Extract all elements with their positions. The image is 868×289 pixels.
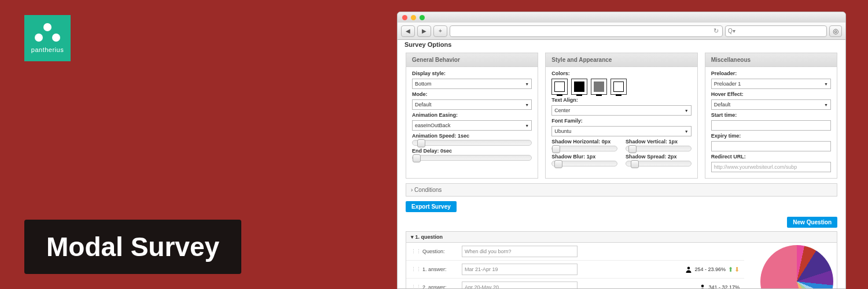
results-pie-area [744,243,837,288]
hover-label: Hover Effect: [711,91,831,97]
answer-2-label: 2. answer: [422,284,457,288]
color-swatch-3[interactable] [591,79,607,95]
shadow-blur-label: Shadow Blur: 1px [551,154,617,160]
answer-row-2: ⋮⋮ 2. answer: Apr 20-May 20 341 - 32.17% [406,278,744,288]
export-survey-button[interactable]: Export Survey [406,201,457,212]
question-input[interactable]: When did you born? [462,246,578,257]
font-family-label: Font Family: [551,118,691,124]
colors-label: Colors: [551,71,691,76]
answer-2-votes: 341 - 32.17% [708,284,740,288]
hover-select[interactable]: Default [711,99,831,110]
person-icon [685,266,692,273]
page-content: Survey Options General Behavior Display … [398,40,845,288]
panel-style: Style and Appearance Colors: Text Align:… [545,53,697,179]
results-pie-chart [760,245,833,288]
color-swatch-2[interactable] [571,79,587,95]
maximize-window-button[interactable] [420,15,425,20]
drag-handle-icon[interactable]: ⋮⋮ [411,266,418,272]
panel-misc-header: Miscellaneous [705,53,837,67]
add-button[interactable]: + [433,25,447,37]
easing-label: Animation Easing: [412,112,532,118]
preloader-label: Preloader: [711,71,831,76]
address-bar[interactable]: ↻ [450,25,723,37]
shadow-v-slider[interactable] [626,146,692,151]
delay-label: End Delay: 0sec [412,148,532,154]
question-label: Question: [422,249,457,254]
question-row: ⋮⋮ Question: When did you born? [406,243,744,260]
mode-label: Mode: [412,91,532,97]
options-button[interactable]: ◎ [829,25,842,37]
browser-toolbar: ◀ ▶ + ↻ Q▾ ◎ [398,23,845,40]
person-icon [699,284,706,288]
browser-window: ◀ ▶ + ↻ Q▾ ◎ Survey Options General Beha… [397,12,846,289]
speed-slider[interactable] [412,140,532,146]
section-title: Survey Options [398,40,845,49]
question-block: ▾ 1. question ⋮⋮ Question: When did you … [406,231,837,288]
start-time-input[interactable] [711,120,831,131]
answer-2-input[interactable]: Apr 20-May 20 [462,281,578,288]
answer-1-input[interactable]: Mar 21-Apr 19 [462,264,578,275]
down-arrow-icon[interactable]: ⬇ [734,266,740,273]
text-align-select[interactable]: Center [551,105,691,116]
preloader-select[interactable]: Preloader 1 [711,79,831,89]
shadow-h-slider[interactable] [551,146,617,151]
panel-general: General Behavior Display style: Bottom M… [406,53,538,179]
window-titlebar [398,12,845,23]
shadow-v-label: Shadow Vertical: 1px [626,139,692,144]
svg-point-1 [701,285,704,288]
question-header[interactable]: ▾ 1. question [406,232,837,243]
redirect-label: Redirect URL: [711,154,831,160]
answer-1-label: 1. answer: [422,266,457,272]
new-question-button[interactable]: New Question [787,217,837,228]
close-window-button[interactable] [402,15,407,20]
hero-title: Modal Survey [24,220,241,274]
text-align-label: Text Align: [551,97,691,103]
back-button[interactable]: ◀ [401,25,415,37]
expiry-time-input[interactable] [711,141,831,151]
pantherius-logo: pantherius [24,15,71,61]
shadow-h-label: Shadow Horizontal: 0px [551,139,617,144]
redirect-input[interactable]: http://www.yourwebsiteurl.com/subp [711,162,831,172]
mode-select[interactable]: Default [412,99,532,110]
svg-point-0 [687,267,690,270]
shadow-spread-label: Shadow Spread: 2px [626,154,692,160]
speed-label: Animation Speed: 1sec [412,133,532,139]
logo-icon [35,23,60,44]
shadow-blur-slider[interactable] [551,161,617,166]
refresh-icon: ↻ [713,27,719,35]
forward-button[interactable]: ▶ [417,25,431,37]
start-time-label: Start time: [711,112,831,118]
drag-handle-icon[interactable]: ⋮⋮ [411,284,418,288]
color-swatch-1[interactable] [551,79,568,95]
panel-general-header: General Behavior [406,53,538,67]
color-swatch-4[interactable] [610,79,627,95]
answer-row-1: ⋮⋮ 1. answer: Mar 21-Apr 19 254 - 23.96%… [406,260,744,278]
conditions-accordion[interactable]: › Conditions [406,183,837,197]
panel-misc: Miscellaneous Preloader: Preloader 1 Hov… [705,53,837,179]
minimize-window-button[interactable] [411,15,416,20]
expiry-time-label: Expiry time: [711,133,831,139]
browser-search-input[interactable]: Q▾ [725,25,827,37]
panel-style-header: Style and Appearance [546,53,697,67]
display-style-label: Display style: [412,71,532,76]
up-arrow-icon[interactable]: ⬆ [728,266,733,273]
logo-text: pantherius [31,46,64,53]
easing-select[interactable]: easeInOutBack [412,120,532,131]
font-family-select[interactable]: Ubuntu [551,126,691,136]
shadow-spread-slider[interactable] [626,161,692,166]
answer-1-votes: 254 - 23.96% [694,266,726,272]
delay-slider[interactable] [412,155,532,161]
search-subicon: Q▾ [728,28,735,34]
drag-handle-icon[interactable]: ⋮⋮ [411,249,418,254]
display-style-select[interactable]: Bottom [412,79,532,89]
